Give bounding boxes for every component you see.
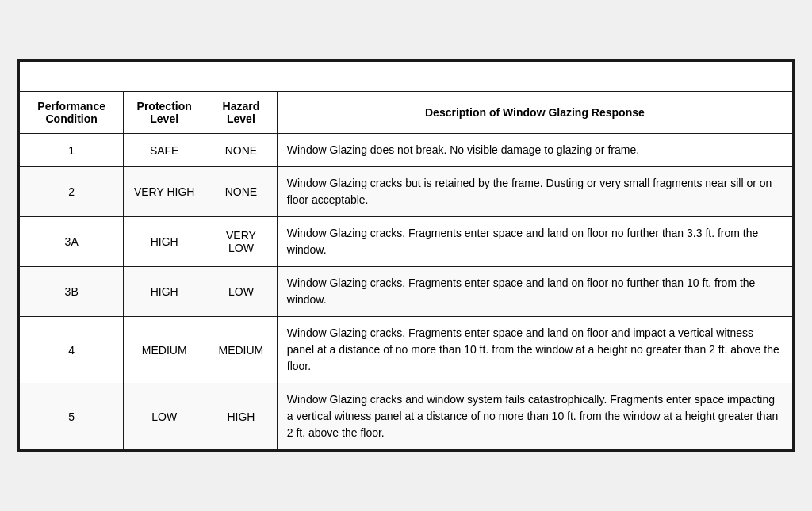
cell-performance: 1 [20, 134, 124, 167]
cell-performance: 2 [20, 167, 124, 217]
cell-hazard: HIGH [205, 383, 278, 450]
table-row: 2VERY HIGHNONEWindow Glazing cracks but … [20, 167, 793, 217]
cell-performance: 5 [20, 383, 124, 450]
cell-performance: 4 [20, 317, 124, 383]
cell-protection: VERY HIGH [124, 167, 205, 217]
table-title: Security Specifications [20, 62, 793, 92]
cell-hazard: LOW [205, 267, 278, 317]
cell-hazard: MEDIUM [205, 317, 278, 383]
cell-performance: 3A [20, 217, 124, 267]
cell-protection: HIGH [124, 217, 205, 267]
header-description: Description of Window Glazing Response [277, 92, 792, 134]
cell-hazard: VERY LOW [205, 217, 278, 267]
header-performance: Performance Condition [20, 92, 124, 134]
cell-hazard: NONE [205, 134, 278, 167]
header-hazard: Hazard Level [205, 92, 278, 134]
cell-description: Window Glazing does not break. No visibl… [277, 134, 792, 167]
cell-protection: LOW [124, 383, 205, 450]
cell-performance: 3B [20, 267, 124, 317]
header-protection: Protection Level [124, 92, 205, 134]
cell-description: Window Glazing cracks. Fragments enter s… [277, 217, 792, 267]
cell-description: Window Glazing cracks but is retained by… [277, 167, 792, 217]
cell-description: Window Glazing cracks and window system … [277, 383, 792, 450]
table-row: 4MEDIUMMEDIUMWindow Glazing cracks. Frag… [20, 317, 793, 383]
cell-description: Window Glazing cracks. Fragments enter s… [277, 267, 792, 317]
table-row: 3BHIGHLOWWindow Glazing cracks. Fragment… [20, 267, 793, 317]
cell-protection: MEDIUM [124, 317, 205, 383]
cell-protection: SAFE [124, 134, 205, 167]
table-row: 3AHIGHVERY LOWWindow Glazing cracks. Fra… [20, 217, 793, 267]
table-row: 1SAFENONEWindow Glazing does not break. … [20, 134, 793, 167]
security-specifications-table: Security Specifications Performance Cond… [17, 59, 795, 452]
cell-hazard: NONE [205, 167, 278, 217]
table-row: 5LOWHIGHWindow Glazing cracks and window… [20, 383, 793, 450]
cell-protection: HIGH [124, 267, 205, 317]
cell-description: Window Glazing cracks. Fragments enter s… [277, 317, 792, 383]
